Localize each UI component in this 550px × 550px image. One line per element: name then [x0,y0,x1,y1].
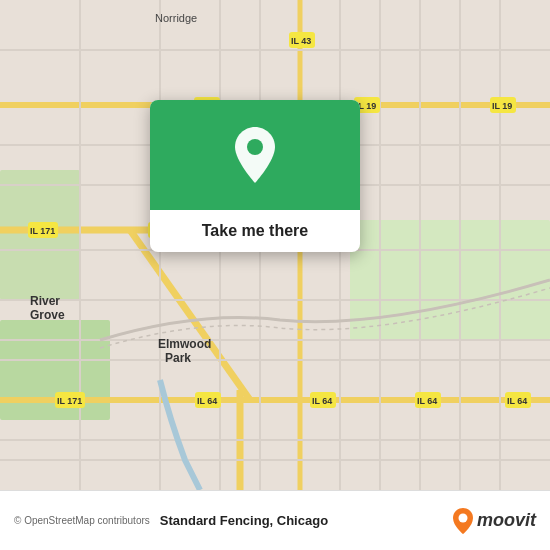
svg-text:IL 43: IL 43 [291,36,311,46]
svg-text:Grove: Grove [30,308,65,322]
moovit-brand-text: moovit [477,510,536,531]
svg-text:River: River [30,294,60,308]
svg-text:Norridge: Norridge [155,12,197,24]
svg-text:IL 64: IL 64 [312,396,332,406]
moovit-pin-icon [452,507,474,535]
svg-point-57 [458,513,467,522]
svg-text:IL 19: IL 19 [492,101,512,111]
moovit-logo: moovit [452,507,536,535]
popup-card: Take me there [150,100,360,252]
svg-text:IL 64: IL 64 [417,396,437,406]
svg-text:Park: Park [165,351,191,365]
map-container[interactable]: Norridge IL 43 IL 19 IL 19 IL 19 IL 171 … [0,0,550,490]
svg-text:IL 171: IL 171 [57,396,82,406]
location-pin-icon [230,125,280,185]
svg-point-56 [247,139,263,155]
popup-green-area [150,100,360,210]
osm-attribution: © OpenStreetMap contributors [14,515,150,526]
svg-text:IL 171: IL 171 [30,226,55,236]
svg-text:IL 64: IL 64 [507,396,527,406]
svg-text:Elmwood: Elmwood [158,337,211,351]
take-me-there-button[interactable]: Take me there [150,210,360,252]
location-name: Standard Fencing, Chicago [156,513,452,528]
bottom-bar: © OpenStreetMap contributors Standard Fe… [0,490,550,550]
svg-text:IL 64: IL 64 [197,396,217,406]
